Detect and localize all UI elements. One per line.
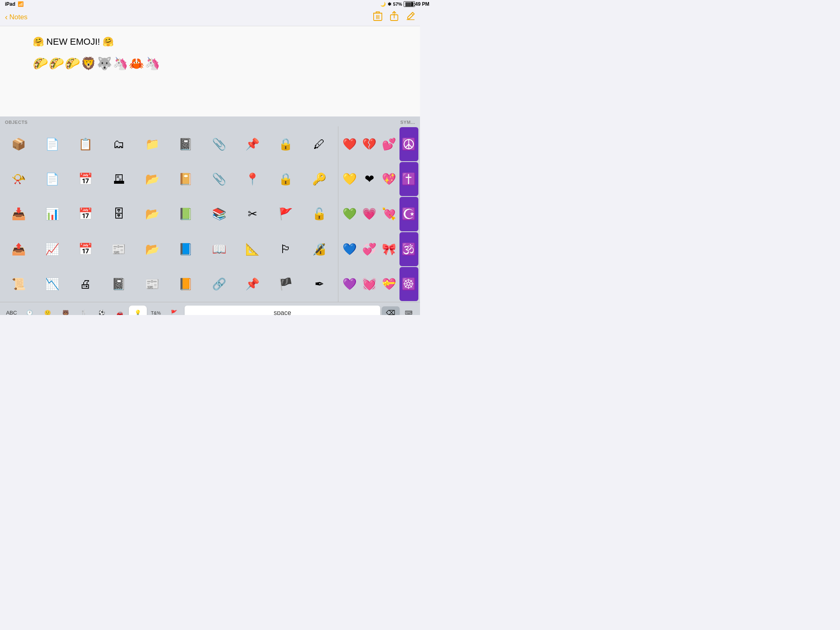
emoji-orangebook[interactable]: 📙	[169, 267, 202, 301]
note-content[interactable]: 🤗 NEW EMOJI! 🤗 🌮🌮🌮🦁🐺🦄🦀🦄	[0, 26, 420, 116]
svg-line-10	[411, 14, 413, 15]
emoji-roundpushpin[interactable]: 📍	[236, 162, 269, 196]
back-button[interactable]: ‹ Notes	[5, 12, 27, 22]
emoji-newspaper2[interactable]: 📰	[136, 267, 169, 301]
emoji-pen[interactable]: ✒	[303, 267, 336, 301]
emoji-sparkleheart[interactable]: 💖	[380, 162, 399, 196]
emoji-newspaper[interactable]: 📰	[103, 232, 135, 266]
emoji-inbox[interactable]: 📥	[2, 197, 35, 231]
emoji-horn[interactable]: 📯	[2, 162, 35, 196]
symbols-button[interactable]: T&%	[147, 306, 165, 315]
emoji-giftheart[interactable]: 💝	[380, 267, 399, 301]
flags-button[interactable]: 🚩	[165, 306, 183, 315]
emoji-scissors[interactable]: ✂	[236, 197, 269, 231]
emoji-revolvingheart[interactable]: 💞	[360, 232, 379, 266]
emoji-linkedpaperclips[interactable]: 📎	[203, 162, 235, 196]
battery-percent: 57%	[393, 2, 402, 7]
emoji-link[interactable]: 🔗	[203, 267, 235, 301]
emoji-chart[interactable]: 📉	[36, 267, 68, 301]
emoji-arrowheart[interactable]: 💘	[380, 197, 399, 231]
emoji-penlock[interactable]: 🔏	[303, 232, 336, 266]
emoji-purpleheart[interactable]: 💜	[340, 267, 359, 301]
emoji-calendar[interactable]: 📅	[69, 162, 102, 196]
emoji-blackflag[interactable]: 🏴	[269, 267, 302, 301]
emoji-calendar3[interactable]: 📅	[69, 232, 102, 266]
emoji-notepad[interactable]: 📓	[103, 267, 135, 301]
emoji-yellowheart[interactable]: 💛	[340, 162, 359, 196]
emoji-outbox[interactable]: 📤	[2, 232, 35, 266]
emoji-openlock[interactable]: 🔓	[303, 197, 336, 231]
clock-icon: 🕐	[26, 310, 33, 315]
category-header: OBJECTS SYM...	[0, 116, 420, 126]
emoji-ribbonheart[interactable]: 🎀	[380, 232, 399, 266]
emoji-blueheart[interactable]: 💙	[340, 232, 359, 266]
food-button[interactable]: 🍴	[75, 306, 93, 315]
animals-button[interactable]: 🐻	[57, 306, 75, 315]
emoji-folder3[interactable]: 📂	[136, 232, 169, 266]
emoji-pencil1[interactable]: 🖊	[303, 127, 336, 161]
abc-button[interactable]: ABC	[2, 306, 21, 315]
delete-button[interactable]: ⌫	[382, 306, 399, 315]
emoji-folder2[interactable]: 📂	[136, 197, 169, 231]
emoji-ledger[interactable]: 📔	[169, 162, 202, 196]
smiley-button[interactable]: 🙂	[39, 306, 57, 315]
keyboard-toggle-button[interactable]: ⌨	[399, 306, 418, 315]
emoji-books[interactable]: 📚	[203, 197, 235, 231]
emoji-scroll[interactable]: 📜	[2, 267, 35, 301]
emoji-clipboard[interactable]: 📋	[69, 127, 102, 161]
emoji-lock1[interactable]: 🔒	[269, 127, 302, 161]
emoji-brokenheart[interactable]: 💔	[360, 127, 379, 161]
sports-button[interactable]: ⚽	[93, 306, 111, 315]
recent-button[interactable]: 🕐	[21, 306, 39, 315]
emoji-filecabinet[interactable]: 🗄	[103, 197, 135, 231]
emoji-whiteflag[interactable]: 🏳	[269, 232, 302, 266]
emoji-peace[interactable]: ☮️	[399, 127, 418, 161]
abc-label: ABC	[6, 310, 17, 315]
emoji-ballot[interactable]: 🗳	[103, 162, 135, 196]
emoji-cardindex[interactable]: 🗂	[103, 127, 135, 161]
emoji-folder[interactable]: 📁	[136, 127, 169, 161]
emoji-documents[interactable]: 📄	[36, 162, 68, 196]
emoji-barchart[interactable]: 📊	[36, 197, 68, 231]
emoji-greenheart[interactable]: 💚	[340, 197, 359, 231]
emoji-twohearts[interactable]: 💕	[380, 127, 399, 161]
space-bar[interactable]: space	[185, 306, 380, 315]
emoji-beatingheart[interactable]: 💓	[360, 267, 379, 301]
emoji-triangularflag[interactable]: 🚩	[269, 197, 302, 231]
emoji-calendar2[interactable]: 📅	[69, 197, 102, 231]
share-button[interactable]	[390, 11, 399, 23]
emoji-linechart[interactable]: 📈	[36, 232, 68, 266]
emoji-wheel[interactable]: ☸️	[399, 267, 418, 301]
emoji-cross[interactable]: ✝️	[399, 162, 418, 196]
back-label: Notes	[9, 13, 27, 21]
new-note-button[interactable]	[406, 11, 415, 23]
emoji-paperclip[interactable]: 📎	[203, 127, 235, 161]
emoji-notebook[interactable]: 📓	[169, 127, 202, 161]
emoji-ruler[interactable]: 📐	[236, 232, 269, 266]
travel-button[interactable]: 🚗	[111, 306, 129, 315]
lightbulb-icon: 💡	[135, 310, 141, 315]
emoji-redheart[interactable]: ❤️	[340, 127, 359, 161]
emoji-pushpin[interactable]: 📌	[236, 127, 269, 161]
emoji-pinkheart[interactable]: 💗	[360, 197, 379, 231]
emoji-openbook[interactable]: 📖	[203, 232, 235, 266]
smiley-icon: 🙂	[44, 310, 51, 315]
emoji-om[interactable]: 🕉️	[399, 232, 418, 266]
emoji-greenbook[interactable]: 📗	[169, 197, 202, 231]
emoji-page[interactable]: 📄	[36, 127, 68, 161]
emoji-bluebook[interactable]: 📘	[169, 232, 202, 266]
bluetooth-icon: ✱	[388, 2, 391, 7]
emoji-lock2[interactable]: 🔒	[269, 162, 302, 196]
objects-emoji-section: 📦 📄 📋 🗂 📁 📓 📎 📌 🔒 🖊 📯 📄 📅 🗳 📂 📔 📎 📍 🔒 🔑 …	[0, 126, 338, 302]
emoji-heart[interactable]: ❤	[360, 162, 379, 196]
emoji-openfolder[interactable]: 📂	[136, 162, 169, 196]
emoji-pushpin2[interactable]: 📌	[236, 267, 269, 301]
emoji-key[interactable]: 🔑	[303, 162, 336, 196]
emoji-box[interactable]: 📦	[2, 127, 35, 161]
emoji-crescent[interactable]: ☪️	[399, 197, 418, 231]
symbols-emoji-section: ❤️ 💔 💕 ☮️ 💛 ❤ 💖 ✝️ 💚 💗 💘 ☪️ 💙 💞 🎀 🕉️ 💜 💓…	[338, 126, 420, 302]
emoji-grid: 📦 📄 📋 🗂 📁 📓 📎 📌 🔒 🖊 📯 📄 📅 🗳 📂 📔 📎 📍 🔒 🔑 …	[0, 126, 420, 302]
delete-note-button[interactable]	[373, 11, 382, 23]
objects-button[interactable]: 💡	[129, 306, 147, 315]
emoji-printer[interactable]: 🖨	[69, 267, 102, 301]
